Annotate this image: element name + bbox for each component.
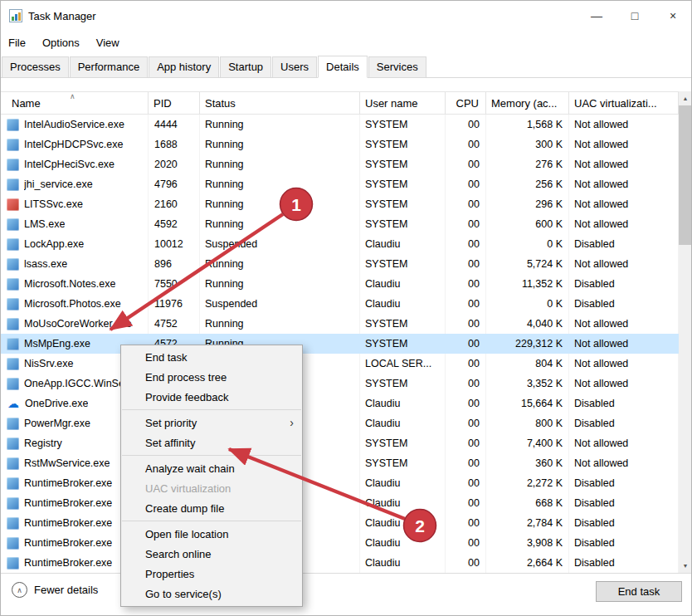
table-row[interactable]: RuntimeBroker.exeClaudiu003,908 KDisable…: [0, 533, 679, 553]
process-icon: [7, 139, 19, 151]
cell-name: MoUsoCoreWorker.exe: [0, 314, 149, 334]
table-row[interactable]: RuntimeBroker.exeClaudiu002,272 KDisable…: [0, 473, 679, 493]
menubar-item-file[interactable]: File: [0, 33, 34, 52]
menubar-item-options[interactable]: Options: [34, 33, 88, 52]
tab-app-history[interactable]: App history: [149, 56, 219, 77]
menu-item-label: Properties: [145, 568, 194, 580]
cell-cpu: 00: [446, 254, 486, 274]
menu-item-label: Open file location: [145, 528, 228, 540]
column-header-cpu[interactable]: CPU: [446, 92, 486, 114]
process-name: LITSSvc.exe: [24, 198, 83, 210]
end-task-button[interactable]: End task: [596, 581, 682, 602]
menu-item-provide-feedback[interactable]: Provide feedback: [121, 387, 302, 407]
process-name: RuntimeBroker.exe: [24, 537, 112, 549]
scroll-up-icon[interactable]: ▲: [679, 91, 692, 105]
column-header-status[interactable]: Status: [200, 92, 360, 114]
table-row[interactable]: OneApp.IGCC.WinService.exeSYSTEM003,352 …: [0, 374, 679, 394]
table-row[interactable]: lsass.exe896RunningSYSTEM005,724 KNot al…: [0, 254, 679, 274]
menu-item-end-process-tree[interactable]: End process tree: [121, 367, 302, 387]
menu-item-properties[interactable]: Properties: [121, 564, 302, 584]
table-row[interactable]: IntelAudioService.exe4444RunningSYSTEM00…: [0, 115, 679, 134]
cell-cpu: 00: [446, 174, 486, 194]
table-row[interactable]: MsMpEng.exe4572RunningSYSTEM00229,312 KN…: [0, 334, 679, 354]
cell-user-name: SYSTEM: [360, 374, 446, 394]
cell-memory: 2,664 K: [486, 553, 569, 573]
table-row[interactable]: RstMwService.exeSYSTEM00360 KNot allowed: [0, 453, 679, 473]
table-row[interactable]: RegistrySYSTEM007,400 KNot allowed: [0, 433, 679, 453]
cell-user-name: Claudiu: [360, 553, 446, 573]
menu-item-end-task[interactable]: End task: [121, 347, 302, 367]
fewer-details-toggle[interactable]: ∧ Fewer details: [12, 582, 98, 598]
cell-pid: 4752: [149, 314, 200, 334]
table-row[interactable]: LockApp.exe10012SuspendedClaudiu000 KDis…: [0, 234, 679, 254]
cell-user-name: Claudiu: [360, 513, 446, 533]
cell-cpu: 00: [446, 115, 486, 134]
table-row[interactable]: RuntimeBroker.exeClaudiu002,784 KDisable…: [0, 513, 679, 533]
column-header-pid[interactable]: PID: [149, 92, 200, 114]
tab-startup[interactable]: Startup: [220, 56, 271, 77]
cell-cpu: 00: [446, 473, 486, 493]
table-row[interactable]: jhi_service.exe4796RunningSYSTEM00256 KN…: [0, 174, 679, 194]
scrollbar-thumb[interactable]: [679, 105, 692, 245]
menu-item-analyze-wait-chain[interactable]: Analyze wait chain: [121, 458, 302, 478]
tab-users[interactable]: Users: [272, 56, 317, 77]
cell-memory: 300 K: [486, 134, 569, 154]
menu-item-go-to-service-s[interactable]: Go to service(s): [121, 584, 302, 604]
menubar-item-view[interactable]: View: [88, 33, 128, 52]
minimize-button[interactable]: —: [577, 0, 616, 32]
menu-item-set-priority[interactable]: Set priority›: [121, 413, 302, 433]
table-row[interactable]: IntelCpHDCPSvc.exe1688RunningSYSTEM00300…: [0, 134, 679, 154]
process-name: RuntimeBroker.exe: [24, 497, 112, 509]
tab-performance[interactable]: Performance: [70, 56, 148, 77]
tab-details[interactable]: Details: [318, 56, 368, 78]
cell-status: Running: [200, 214, 360, 234]
table-row[interactable]: RuntimeBroker.exeClaudiu002,664 KDisable…: [0, 553, 679, 573]
menu-item-uac-virtualization: UAC virtualization: [121, 478, 302, 498]
column-header-user-name[interactable]: User name: [360, 92, 446, 114]
cell-pid: 4796: [149, 174, 200, 194]
table-row[interactable]: IntelCpHeciSvc.exe2020RunningSYSTEM00276…: [0, 154, 679, 174]
cell-uac-virtualization: Disabled: [569, 274, 679, 294]
table-row[interactable]: ☁OneDrive.exeClaudiu0015,664 KDisabled: [0, 394, 679, 413]
table-row[interactable]: MoUsoCoreWorker.exe4752RunningSYSTEM004,…: [0, 314, 679, 334]
table-row[interactable]: Microsoft.Photos.exe11976SuspendedClaudi…: [0, 294, 679, 314]
cell-cpu: 00: [446, 453, 486, 473]
table-row[interactable]: LITSSvc.exe2160RunningSYSTEM00296 KNot a…: [0, 194, 679, 214]
table-row[interactable]: PowerMgr.exeClaudiu00800 KDisabled: [0, 413, 679, 433]
cell-cpu: 00: [446, 154, 486, 174]
maximize-button[interactable]: □: [616, 0, 654, 32]
fewer-details-label: Fewer details: [34, 584, 98, 596]
process-icon: [7, 378, 19, 390]
process-icon: [7, 258, 19, 271]
menu-item-open-file-location[interactable]: Open file location: [121, 524, 302, 544]
table-row[interactable]: NisSrv.exeLOCAL SER...00804 KNot allowed: [0, 354, 679, 374]
column-header-memory[interactable]: Memory (ac...: [486, 92, 569, 114]
cell-name: IntelCpHDCPSvc.exe: [0, 134, 149, 154]
cell-cpu: 00: [446, 553, 486, 573]
cell-memory: 5,724 K: [486, 254, 569, 274]
menu-separator: [122, 521, 301, 521]
process-name: jhi_service.exe: [24, 178, 93, 190]
table-row[interactable]: Microsoft.Notes.exe7550RunningClaudiu001…: [0, 274, 679, 294]
cell-pid: 10012: [149, 234, 200, 254]
table-row[interactable]: LMS.exe4592RunningSYSTEM00600 KNot allow…: [0, 214, 679, 234]
tab-processes[interactable]: Processes: [2, 56, 69, 77]
vertical-scrollbar[interactable]: ▲ ▼: [679, 91, 692, 573]
scroll-down-icon[interactable]: ▼: [679, 559, 692, 573]
menu-item-create-dump-file[interactable]: Create dump file: [121, 498, 302, 518]
tab-services[interactable]: Services: [368, 56, 426, 77]
table-row[interactable]: RuntimeBroker.exeClaudiu00668 KDisabled: [0, 493, 679, 513]
cell-uac-virtualization: Disabled: [569, 513, 679, 533]
cell-user-name: Claudiu: [360, 294, 446, 314]
menu-item-label: End task: [145, 351, 188, 364]
close-button[interactable]: ×: [654, 0, 692, 32]
menu-item-set-affinity[interactable]: Set affinity: [121, 433, 302, 452]
cell-user-name: SYSTEM: [360, 254, 446, 274]
process-icon: [7, 198, 19, 211]
process-name: RuntimeBroker.exe: [24, 477, 112, 489]
cell-user-name: SYSTEM: [360, 154, 446, 174]
menu-item-search-online[interactable]: Search online: [121, 544, 302, 564]
cell-name: IntelAudioService.exe: [0, 115, 149, 134]
process-icon: [7, 159, 19, 171]
column-header-uac-virtualization[interactable]: UAC virtualizati...: [569, 92, 679, 114]
